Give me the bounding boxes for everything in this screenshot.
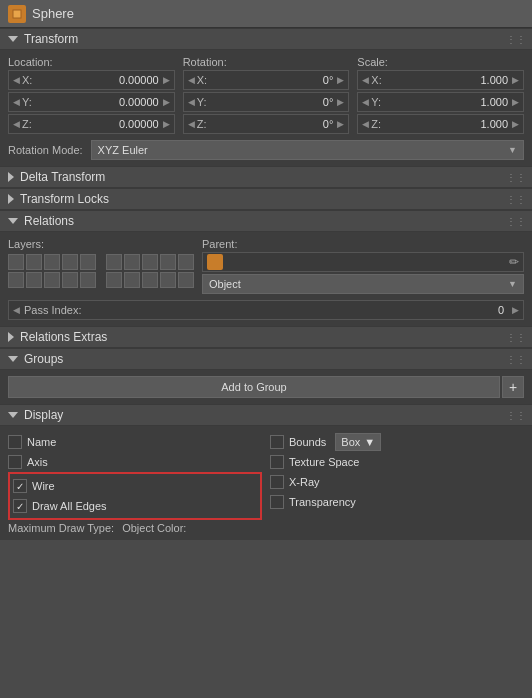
location-x-arrow-right[interactable]: ▶ <box>161 75 172 85</box>
layer-cell-8[interactable] <box>142 254 158 270</box>
transform-content: Location: ◀ X: 0.00000 ▶ ◀ Y: 0.00000 ▶ … <box>0 50 532 166</box>
object-title: Sphere <box>32 6 74 21</box>
location-col: Location: ◀ X: 0.00000 ▶ ◀ Y: 0.00000 ▶ … <box>8 56 175 136</box>
rotation-y-value: 0° <box>211 96 336 108</box>
add-group-icon-button[interactable]: + <box>502 376 524 398</box>
parent-type-arrow: ▼ <box>508 279 517 289</box>
rotation-mode-select[interactable]: XYZ Euler ▼ <box>91 140 524 160</box>
rotation-y-field[interactable]: ◀ Y: 0° ▶ <box>183 92 350 112</box>
scale-y-arrow-left[interactable]: ◀ <box>360 97 371 107</box>
layer-cell-19[interactable] <box>160 272 176 288</box>
transform-section-header[interactable]: Transform ⋮⋮ <box>0 28 532 50</box>
scale-y-field[interactable]: ◀ Y: 1.000 ▶ <box>357 92 524 112</box>
display-name-label: Name <box>27 436 56 448</box>
relations-extras-toggle-icon <box>8 332 14 342</box>
layer-cell-1[interactable] <box>8 254 24 270</box>
parent-field[interactable]: ✏ <box>202 252 524 272</box>
bounds-type-select[interactable]: Box ▼ <box>335 433 381 451</box>
layer-cell-7[interactable] <box>124 254 140 270</box>
rotation-z-field[interactable]: ◀ Z: 0° ▶ <box>183 114 350 134</box>
display-xray-item: X-Ray <box>270 472 524 492</box>
groups-section-header[interactable]: Groups ⋮⋮ <box>0 348 532 370</box>
pass-index-arrow-left[interactable]: ◀ <box>13 305 20 315</box>
scale-z-field[interactable]: ◀ Z: 1.000 ▶ <box>357 114 524 134</box>
location-z-field[interactable]: ◀ Z: 0.00000 ▶ <box>8 114 175 134</box>
layer-cell-4[interactable] <box>62 254 78 270</box>
layer-cell-20[interactable] <box>178 272 194 288</box>
layer-cell-5[interactable] <box>80 254 96 270</box>
add-to-group-label: Add to Group <box>221 381 286 393</box>
rotation-z-arrow-right[interactable]: ▶ <box>335 119 346 129</box>
parent-edit-icon[interactable]: ✏ <box>509 255 519 269</box>
layer-cell-18[interactable] <box>142 272 158 288</box>
scale-y-arrow-right[interactable]: ▶ <box>510 97 521 107</box>
location-x-field[interactable]: ◀ X: 0.00000 ▶ <box>8 70 175 90</box>
location-z-arrow-right[interactable]: ▶ <box>161 119 172 129</box>
relations-extras-header[interactable]: Relations Extras ⋮⋮ <box>0 326 532 348</box>
display-bottom-row: Maximum Draw Type: Object Color: <box>8 522 524 534</box>
display-transparency-label: Transparency <box>289 496 356 508</box>
pass-index-value: 0 <box>498 304 504 316</box>
display-bounds-checkbox[interactable] <box>270 435 284 449</box>
layer-cell-13[interactable] <box>44 272 60 288</box>
layers-label: Layers: <box>8 238 194 250</box>
location-label: Location: <box>8 56 175 68</box>
delta-transform-header[interactable]: Delta Transform ⋮⋮ <box>0 166 532 188</box>
rotation-x-field[interactable]: ◀ X: 0° ▶ <box>183 70 350 90</box>
display-section-header[interactable]: Display ⋮⋮ <box>0 404 532 426</box>
display-xray-checkbox[interactable] <box>270 475 284 489</box>
display-axis-checkbox[interactable] <box>8 455 22 469</box>
location-y-field[interactable]: ◀ Y: 0.00000 ▶ <box>8 92 175 112</box>
layer-cell-11[interactable] <box>8 272 24 288</box>
relations-section-header[interactable]: Relations ⋮⋮ <box>0 210 532 232</box>
display-wire-checkbox[interactable] <box>13 479 27 493</box>
add-group-plus-icon: + <box>509 379 517 395</box>
layer-cell-17[interactable] <box>124 272 140 288</box>
location-y-arrow-left[interactable]: ◀ <box>11 97 22 107</box>
rotation-col: Rotation: ◀ X: 0° ▶ ◀ Y: 0° ▶ ◀ Z: 0° <box>183 56 350 136</box>
delta-transform-section: Delta Transform ⋮⋮ <box>0 166 532 188</box>
display-texture-space-checkbox[interactable] <box>270 455 284 469</box>
layers-area: Layers: <box>8 238 194 288</box>
rotation-x-arrow-left[interactable]: ◀ <box>186 75 197 85</box>
layer-cell-9[interactable] <box>160 254 176 270</box>
display-name-checkbox[interactable] <box>8 435 22 449</box>
location-x-label: X: <box>22 74 36 86</box>
layer-cell-16[interactable] <box>106 272 122 288</box>
parent-type-select[interactable]: Object ▼ <box>202 274 524 294</box>
display-xray-label: X-Ray <box>289 476 320 488</box>
location-y-arrow-right[interactable]: ▶ <box>161 97 172 107</box>
scale-z-arrow-right[interactable]: ▶ <box>510 119 521 129</box>
location-z-value: 0.00000 <box>36 118 161 130</box>
layer-cell-3[interactable] <box>44 254 60 270</box>
scale-x-label: X: <box>371 74 385 86</box>
transform-locks-section: Transform Locks ⋮⋮ <box>0 188 532 210</box>
rotation-y-arrow-left[interactable]: ◀ <box>186 97 197 107</box>
scale-x-value: 1.000 <box>385 74 510 86</box>
layers-parent-row: Layers: <box>8 238 524 294</box>
pass-index-arrow-right[interactable]: ▶ <box>512 305 519 315</box>
layer-cell-2[interactable] <box>26 254 42 270</box>
parent-object-icon <box>207 254 223 270</box>
layer-cell-10[interactable] <box>178 254 194 270</box>
add-to-group-button[interactable]: Add to Group <box>8 376 500 398</box>
scale-x-arrow-right[interactable]: ▶ <box>510 75 521 85</box>
layer-cell-14[interactable] <box>62 272 78 288</box>
transform-locks-header[interactable]: Transform Locks ⋮⋮ <box>0 188 532 210</box>
rotation-y-arrow-right[interactable]: ▶ <box>335 97 346 107</box>
parent-type-value: Object <box>209 278 241 290</box>
rotation-z-arrow-left[interactable]: ◀ <box>186 119 197 129</box>
pass-index-row[interactable]: ◀ Pass Index: 0 ▶ <box>8 300 524 320</box>
scale-z-arrow-left[interactable]: ◀ <box>360 119 371 129</box>
location-x-arrow-left[interactable]: ◀ <box>11 75 22 85</box>
display-transparency-checkbox[interactable] <box>270 495 284 509</box>
scale-x-field[interactable]: ◀ X: 1.000 ▶ <box>357 70 524 90</box>
rotation-x-arrow-right[interactable]: ▶ <box>335 75 346 85</box>
location-z-arrow-left[interactable]: ◀ <box>11 119 22 129</box>
scale-z-label: Z: <box>371 118 385 130</box>
layer-cell-12[interactable] <box>26 272 42 288</box>
display-draw-all-edges-checkbox[interactable] <box>13 499 27 513</box>
scale-x-arrow-left[interactable]: ◀ <box>360 75 371 85</box>
layer-cell-6[interactable] <box>106 254 122 270</box>
layer-cell-15[interactable] <box>80 272 96 288</box>
